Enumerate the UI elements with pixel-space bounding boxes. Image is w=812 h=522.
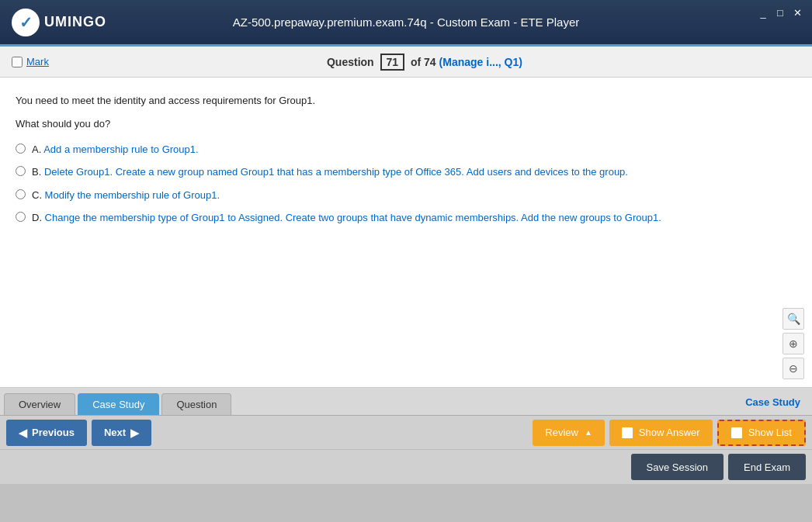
radio-d[interactable]: [16, 212, 26, 222]
review-caret-icon: ▲: [585, 428, 592, 437]
show-answer-icon: [622, 427, 633, 438]
answer-text-d: D. Change the membership type of Group1 …: [32, 210, 661, 226]
question-number-box: 71: [380, 54, 405, 71]
radio-a[interactable]: [16, 143, 26, 154]
question-text-1: You need to meet the identity and access…: [16, 93, 796, 109]
mark-checkbox-label[interactable]: Mark: [12, 56, 49, 67]
question-number-area: Question 71 of 74 (Manage i..., Q1): [49, 54, 800, 71]
tab-question[interactable]: Question: [161, 393, 231, 415]
radio-c[interactable]: [16, 189, 26, 199]
mark-label[interactable]: Mark: [26, 56, 49, 67]
question-prompt: What should you do?: [16, 118, 796, 130]
zoom-out-button[interactable]: ⊖: [783, 358, 804, 379]
tab-overview[interactable]: Overview: [4, 393, 75, 415]
show-list-icon: [731, 427, 742, 438]
tab-bar: Overview Case Study Question Case Study: [0, 388, 812, 416]
mark-checkbox-input[interactable]: [12, 57, 23, 67]
logo-check-icon: ✓: [19, 13, 33, 32]
zoom-in-button[interactable]: ⊕: [783, 333, 804, 354]
case-study-section-label: Case Study: [745, 396, 800, 407]
restore-button[interactable]: □: [773, 6, 787, 19]
answer-option-c[interactable]: C. Modify the membership rule of Group1.: [16, 188, 796, 203]
radio-b[interactable]: [16, 166, 26, 176]
question-of-total: of 74: [411, 56, 436, 68]
tab-case-study[interactable]: Case Study: [78, 393, 159, 415]
right-arrow-icon: ▶: [130, 427, 139, 439]
minimize-button[interactable]: _: [756, 6, 770, 19]
main-content: You need to meet the identity and access…: [0, 78, 812, 388]
question-header: Mark Question 71 of 74 (Manage i..., Q1): [0, 47, 812, 78]
logo-text: UMINGO: [44, 14, 106, 30]
answer-text-b: B. Delete Group1. Create a new group nam…: [32, 164, 628, 180]
previous-button[interactable]: ◀ Previous: [6, 420, 87, 446]
logo-circle: ✓: [12, 9, 40, 36]
question-meta: (Manage i..., Q1): [439, 56, 522, 68]
answer-option-a[interactable]: A. Add a membership rule to Group1.: [16, 142, 796, 157]
next-button[interactable]: Next ▶: [92, 420, 151, 446]
review-button[interactable]: Review ▲: [533, 420, 605, 446]
show-answer-button[interactable]: Show Answer: [609, 420, 713, 446]
answer-text-a: A. Add a membership rule to Group1.: [32, 142, 199, 157]
logo: ✓ UMINGO: [12, 9, 106, 36]
action-bar: Save Session End Exam: [0, 450, 812, 484]
answer-option-d[interactable]: D. Change the membership type of Group1 …: [16, 210, 796, 226]
close-button[interactable]: ✕: [790, 6, 804, 19]
zoom-controls: 🔍 ⊕ ⊖: [783, 308, 804, 379]
end-exam-button[interactable]: End Exam: [728, 454, 806, 480]
window-title: AZ-500.prepaway.premium.exam.74q - Custo…: [233, 16, 580, 29]
left-arrow-icon: ◀: [19, 427, 27, 439]
nav-bar: ◀ Previous Next ▶ Review ▲ Show Answer S…: [0, 416, 812, 450]
save-session-button[interactable]: Save Session: [631, 454, 724, 480]
show-list-button[interactable]: Show List: [717, 420, 806, 446]
title-bar: ✓ UMINGO AZ-500.prepaway.premium.exam.74…: [0, 0, 812, 47]
window-controls: _ □ ✕: [756, 6, 804, 19]
answer-text-c: C. Modify the membership rule of Group1.: [32, 188, 220, 203]
search-button[interactable]: 🔍: [783, 308, 804, 330]
answer-option-b[interactable]: B. Delete Group1. Create a new group nam…: [16, 164, 796, 180]
question-label: Question: [327, 56, 374, 68]
